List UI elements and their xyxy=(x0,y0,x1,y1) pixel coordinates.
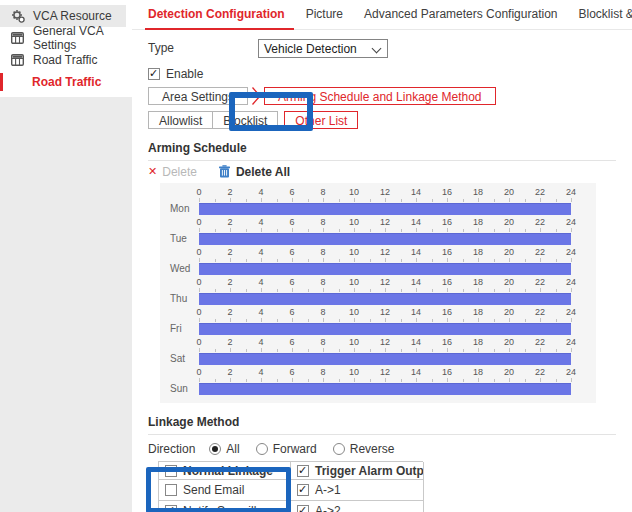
arming-schedule-grid: Mon024681012141618202224Tue0246810121416… xyxy=(160,187,596,397)
delete-all-button[interactable]: Delete All xyxy=(219,165,290,179)
hour-tick-label: 12 xyxy=(380,187,390,197)
send-email-checkbox[interactable] xyxy=(165,484,177,496)
vehicle-detection-config-page: VCA Resource General VCA Settings Road T… xyxy=(0,0,632,512)
hour-tick-label: 12 xyxy=(380,277,390,287)
tick-mark xyxy=(494,229,495,232)
hour-tick-label: 0 xyxy=(196,187,201,197)
tick-mark xyxy=(199,228,200,232)
sidebar-item-road-traffic[interactable]: Road Traffic xyxy=(0,49,132,71)
hour-tick-label: 20 xyxy=(504,307,514,317)
alarm-a2-checkbox[interactable] xyxy=(297,505,309,512)
type-label: Type xyxy=(148,41,258,55)
schedule-track[interactable]: 024681012141618202224 xyxy=(199,217,571,247)
hour-tick-label: 4 xyxy=(258,247,263,257)
tick-mark xyxy=(556,289,557,292)
tab-allowlist[interactable]: Allowlist xyxy=(148,111,213,129)
tick-mark xyxy=(215,319,216,322)
tab-arming-schedule-linkage[interactable]: Arming Schedule and Linkage Method xyxy=(264,87,495,105)
tick-mark xyxy=(401,259,402,262)
tick-mark xyxy=(230,378,231,382)
hour-tick-label: 2 xyxy=(227,247,232,257)
schedule-track[interactable]: 024681012141618202224 xyxy=(199,307,571,337)
tick-mark xyxy=(385,228,386,232)
schedule-track[interactable]: 024681012141618202224 xyxy=(199,337,571,367)
armed-period-bar[interactable] xyxy=(199,293,571,305)
tick-mark xyxy=(308,319,309,322)
tick-mark xyxy=(525,379,526,382)
hour-tick-label: 0 xyxy=(196,247,201,257)
grid-icon xyxy=(10,31,25,45)
tick-mark xyxy=(463,289,464,292)
hour-tick-label: 24 xyxy=(566,187,576,197)
sidebar-item-general-vca-settings[interactable]: General VCA Settings xyxy=(0,27,132,49)
tick-mark xyxy=(261,288,262,292)
enable-checkbox[interactable] xyxy=(148,68,160,80)
tab-advanced-parameters-configuration[interactable]: Advanced Parameters Configuration xyxy=(364,7,557,29)
tick-mark xyxy=(246,349,247,352)
armed-period-bar[interactable] xyxy=(199,233,571,245)
hour-tick-label: 6 xyxy=(289,367,294,377)
direction-option-all[interactable]: All xyxy=(209,442,239,456)
tick-mark xyxy=(354,198,355,202)
tick-mark xyxy=(571,258,572,262)
alarm-a1-checkbox[interactable] xyxy=(297,484,309,496)
armed-period-bar[interactable] xyxy=(199,353,571,365)
schedule-row-tue: Tue024681012141618202224 xyxy=(160,217,596,247)
armed-period-bar[interactable] xyxy=(199,263,571,275)
tick-mark xyxy=(215,289,216,292)
tab-other-list[interactable]: Other List xyxy=(284,111,358,129)
tick-mark xyxy=(199,288,200,292)
tick-mark xyxy=(401,319,402,322)
hour-tick-label: 0 xyxy=(196,277,201,287)
radio-forward[interactable] xyxy=(256,443,268,455)
armed-period-bar[interactable] xyxy=(199,323,571,335)
tick-mark xyxy=(339,229,340,232)
tick-mark xyxy=(540,228,541,232)
armed-period-bar[interactable] xyxy=(199,383,571,395)
direction-option-reverse[interactable]: Reverse xyxy=(333,442,395,456)
tick-mark xyxy=(401,229,402,232)
tab-area-settings[interactable]: Area Settings xyxy=(148,87,248,105)
radio-forward-label: Forward xyxy=(273,442,317,456)
tick-mark xyxy=(246,199,247,202)
notify-surveillance-center-checkbox[interactable] xyxy=(165,505,177,512)
tick-mark xyxy=(354,378,355,382)
hour-tick-label: 0 xyxy=(196,367,201,377)
tab-detection-configuration[interactable]: Detection Configuration xyxy=(148,7,285,29)
schedule-track[interactable]: 024681012141618202224 xyxy=(199,187,571,217)
schedule-track[interactable]: 024681012141618202224 xyxy=(199,247,571,277)
tab-blocklist[interactable]: Blocklist xyxy=(213,111,278,129)
hour-tick-label: 6 xyxy=(289,247,294,257)
hour-tick-label: 4 xyxy=(258,307,263,317)
tick-mark xyxy=(292,348,293,352)
tick-mark xyxy=(416,288,417,292)
direction-option-forward[interactable]: Forward xyxy=(256,442,317,456)
normal-linkage-header-checkbox[interactable] xyxy=(165,465,177,477)
tick-mark xyxy=(447,198,448,202)
tick-mark xyxy=(509,348,510,352)
delete-button[interactable]: Delete xyxy=(162,165,197,179)
radio-all[interactable] xyxy=(209,443,221,455)
normal-linkage-header-label: Normal Linkage xyxy=(183,464,273,478)
sidebar-item-road-traffic-selected[interactable]: Road Traffic xyxy=(0,71,132,93)
tick-mark xyxy=(478,288,479,292)
tab-picture[interactable]: Picture xyxy=(306,7,343,29)
tick-mark xyxy=(246,289,247,292)
tab-blocklist-allowlist[interactable]: Blocklist & Allowlist xyxy=(578,7,632,29)
trigger-alarm-header-checkbox[interactable] xyxy=(297,465,309,477)
hour-tick-label: 12 xyxy=(380,217,390,227)
hour-tick-label: 8 xyxy=(320,247,325,257)
tick-mark xyxy=(463,229,464,232)
tick-mark xyxy=(494,289,495,292)
hour-tick-label: 4 xyxy=(258,367,263,377)
tick-mark xyxy=(556,319,557,322)
tick-mark xyxy=(571,318,572,322)
hour-tick-label: 10 xyxy=(349,187,359,197)
tick-mark xyxy=(323,318,324,322)
schedule-track[interactable]: 024681012141618202224 xyxy=(199,277,571,307)
schedule-track[interactable]: 024681012141618202224 xyxy=(199,367,571,397)
armed-period-bar[interactable] xyxy=(199,203,571,215)
radio-reverse[interactable] xyxy=(333,443,345,455)
type-select[interactable]: Vehicle Detection xyxy=(258,39,388,58)
hour-tick-label: 0 xyxy=(196,217,201,227)
